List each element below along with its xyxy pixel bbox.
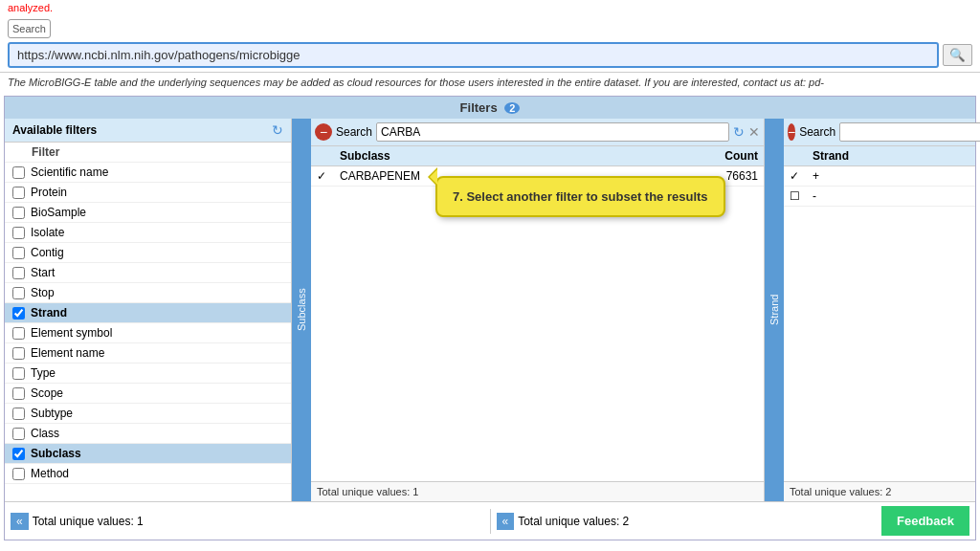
list-item[interactable]: Subclass — [5, 444, 291, 464]
row-checkbox[interactable]: ✓ — [317, 169, 340, 183]
filter-item-label: Stop — [31, 286, 55, 299]
strand-table: Strand ✓ + ☐ - — [784, 146, 975, 481]
strand-search-input[interactable] — [839, 122, 980, 142]
list-item[interactable]: Strand — [5, 303, 291, 323]
subclass-search-label: Search — [336, 125, 372, 139]
list-item[interactable]: Scope — [5, 384, 291, 404]
strand-search-label: Search — [799, 125, 835, 139]
class-checkbox[interactable] — [12, 428, 25, 440]
list-item[interactable]: BioSample — [5, 203, 291, 223]
strand-first-page-button[interactable]: « — [497, 513, 515, 530]
start-checkbox[interactable] — [12, 267, 25, 279]
list-item[interactable]: Isolate — [5, 223, 291, 243]
strand-remove-button[interactable]: − — [788, 123, 795, 141]
strand-footer-total: Total unique values: 2 — [518, 515, 629, 528]
filter-item-label: Start — [31, 266, 55, 279]
list-item[interactable]: Contig — [5, 243, 291, 263]
subclass-vertical-label: Subclass — [292, 119, 311, 501]
feedback-button[interactable]: Feedback — [881, 506, 969, 536]
subclass-clear-button[interactable]: ✕ — [748, 124, 760, 140]
filter-item-label: Method — [31, 467, 69, 480]
subclass-remove-button[interactable]: − — [315, 123, 332, 141]
info-text: The MicroBIGG-E table and the underlying… — [0, 73, 980, 92]
strand-checkbox[interactable] — [12, 307, 25, 320]
filter-col-header-row: Filter — [5, 143, 291, 163]
analyzed-text: analyzed. — [0, 0, 980, 15]
check-col-header — [317, 149, 340, 163]
scientific-name-checkbox[interactable] — [12, 166, 25, 179]
contig-checkbox[interactable] — [12, 247, 25, 259]
list-item[interactable]: Element name — [5, 343, 291, 364]
strand-footer-section: « Total unique values: 2 Feedback — [491, 502, 976, 540]
strand-vertical-label: Strand — [765, 119, 784, 501]
list-item[interactable]: Subtype — [5, 404, 291, 424]
filter-list: Filter Scientific name Protein BioSample — [5, 143, 291, 501]
type-checkbox — [12, 367, 25, 380]
filter-item-label: Isolate — [31, 226, 64, 239]
search-group: Search — [8, 19, 51, 38]
url-input[interactable] — [8, 42, 939, 68]
subclass-checkbox[interactable] — [12, 448, 25, 460]
element-name-checkbox[interactable] — [12, 347, 25, 360]
element-symbol-checkbox[interactable] — [12, 327, 25, 340]
scope-checkbox[interactable] — [12, 387, 25, 400]
tooltip: 7. Select another filter to subset the r… — [435, 176, 725, 217]
filters-footer: « Total unique values: 1 « Total unique … — [5, 501, 975, 540]
filter-col-header: Filter — [12, 145, 59, 159]
subclass-first-page-button[interactable]: « — [11, 513, 29, 530]
filter-item-label: Contig — [31, 246, 64, 259]
list-item[interactable]: Class — [5, 424, 291, 444]
list-item[interactable]: Scientific name — [5, 163, 291, 183]
subtype-checkbox[interactable] — [12, 408, 25, 420]
filters-title: Filters — [460, 100, 498, 115]
subclass-footer-total: Total unique values: 1 — [33, 515, 144, 528]
filter-item-label: Type — [31, 366, 56, 380]
list-item[interactable]: Start — [5, 263, 291, 283]
count-col-header: Count — [691, 149, 758, 163]
subclass-footer-section: « Total unique values: 1 — [5, 509, 491, 534]
strand-panel-header: − Search — [784, 119, 975, 146]
filters-body: Available filters ↻ Filter Scientific na… — [5, 119, 975, 501]
filters-panel: Filters 2 Available filters ↻ Filter Sci… — [4, 96, 976, 540]
stop-checkbox[interactable] — [12, 287, 25, 299]
available-filters-column: Available filters ↻ Filter Scientific na… — [5, 119, 292, 501]
protein-checkbox[interactable] — [12, 187, 25, 199]
isolate-checkbox[interactable] — [12, 227, 25, 239]
filter-item-label: Protein — [31, 186, 67, 199]
table-row[interactable]: ✓ + — [784, 166, 975, 187]
row-name: - — [813, 189, 969, 203]
strand-total-values: Total unique values: 2 — [790, 486, 891, 497]
subclass-col-header: Subclass — [340, 149, 691, 163]
list-item[interactable]: Method — [5, 464, 291, 484]
method-checkbox[interactable] — [12, 468, 25, 480]
check-col-header — [790, 149, 813, 163]
top-bar: Search 🔍 — [0, 15, 980, 73]
url-bar: 🔍 — [8, 42, 972, 68]
row-name: + — [813, 169, 969, 183]
row-checkbox[interactable]: ☐ — [790, 189, 813, 203]
subclass-panel-header: − Search ↻ ✕ — [311, 119, 764, 146]
filter-item-label: Scientific name — [31, 165, 108, 179]
filter-item-label: Scope — [31, 386, 63, 400]
list-item[interactable]: Stop — [5, 283, 291, 303]
table-row[interactable]: ☐ - — [784, 187, 975, 207]
list-item[interactable]: Element symbol — [5, 323, 291, 343]
filters-badge: 2 — [504, 102, 520, 114]
filter-item-label: Strand — [31, 306, 67, 320]
list-item[interactable]: Protein — [5, 183, 291, 203]
subclass-refresh-button[interactable]: ↻ — [733, 124, 745, 140]
refresh-filters-button[interactable]: ↻ — [272, 122, 283, 138]
tooltip-text: 7. Select another filter to subset the r… — [453, 189, 708, 204]
row-checkbox[interactable]: ✓ — [790, 169, 813, 183]
filters-header: Filters 2 — [5, 97, 975, 119]
available-filters-header: Available filters ↻ — [5, 119, 291, 143]
biosample-checkbox[interactable] — [12, 207, 25, 219]
list-item[interactable]: Type — [5, 364, 291, 384]
url-go-button[interactable]: 🔍 — [943, 44, 972, 66]
filter-item-label: BioSample — [31, 206, 86, 219]
filter-item-label: Element name — [31, 346, 104, 360]
subclass-search-input[interactable] — [376, 122, 729, 142]
filter-item-label: Class — [31, 427, 59, 440]
available-filters-label: Available filters — [12, 123, 97, 137]
search-label: Search — [12, 23, 46, 34]
